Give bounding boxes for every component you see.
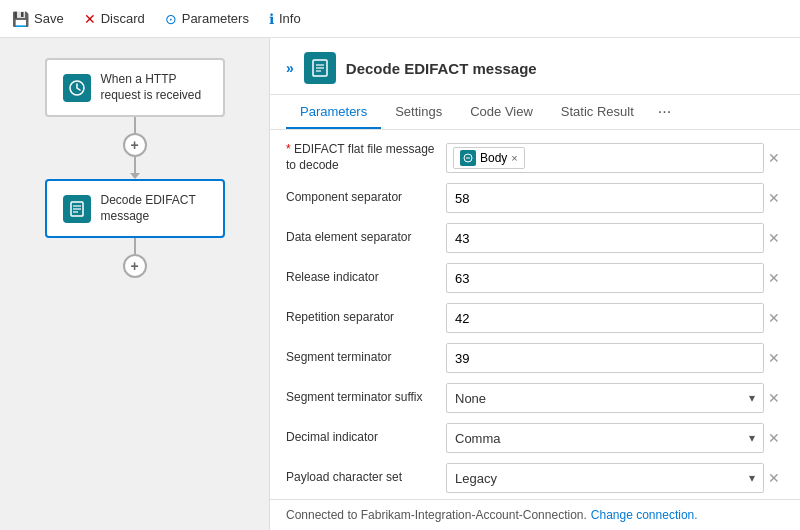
save-button[interactable]: 💾 Save	[12, 11, 64, 27]
http-trigger-icon	[63, 74, 91, 102]
segment-suffix-select[interactable]: None ▾	[446, 383, 764, 413]
payload-charset-row: Payload character set Legacy ▾ ✕	[286, 462, 784, 494]
parameters-label: Parameters	[182, 11, 249, 26]
release-indicator-input[interactable]	[446, 263, 764, 293]
component-separator-label: Component separator	[286, 190, 446, 206]
body-token-icon	[460, 150, 476, 166]
footer-text: Connected to Fabrikam-Integration-Accoun…	[286, 508, 587, 522]
tabs-bar: Parameters Settings Code View Static Res…	[270, 95, 800, 130]
payload-charset-clear[interactable]: ✕	[764, 466, 784, 490]
decode-edifact-node[interactable]: Decode EDIFACT message	[45, 179, 225, 238]
segment-terminator-label: Segment terminator	[286, 350, 446, 366]
edifact-row: EDIFACT flat file message to decode Body…	[286, 142, 784, 174]
change-connection-link[interactable]: Change connection.	[591, 508, 698, 522]
tabs-more-button[interactable]: ···	[648, 95, 681, 129]
discard-label: Discard	[101, 11, 145, 26]
release-indicator-field-wrap	[446, 263, 764, 293]
data-element-row: Data element separator ✕	[286, 222, 784, 254]
segment-terminator-field-wrap	[446, 343, 764, 373]
decode-edifact-label: Decode EDIFACT message	[101, 193, 207, 224]
expand-button[interactable]: »	[286, 60, 294, 76]
body-token-close[interactable]: ×	[511, 152, 517, 164]
segment-suffix-clear[interactable]: ✕	[764, 386, 784, 410]
parameters-button[interactable]: ⊙ Parameters	[165, 11, 249, 27]
segment-terminator-clear[interactable]: ✕	[764, 346, 784, 370]
body-token: Body ×	[453, 147, 525, 169]
data-element-field-wrap	[446, 223, 764, 253]
data-element-label: Data element separator	[286, 230, 446, 246]
payload-charset-value: Legacy	[455, 471, 497, 486]
info-label: Info	[279, 11, 301, 26]
tab-static-result[interactable]: Static Result	[547, 96, 648, 129]
repetition-separator-field-wrap	[446, 303, 764, 333]
data-element-clear[interactable]: ✕	[764, 226, 784, 250]
data-element-input[interactable]	[446, 223, 764, 253]
edifact-clear[interactable]: ✕	[764, 146, 784, 170]
main-content: When a HTTP request is received + Decode…	[0, 38, 800, 530]
panel-header: » Decode EDIFACT message	[270, 38, 800, 95]
segment-suffix-row: Segment terminator suffix None ▾ ✕	[286, 382, 784, 414]
add-step-button-1[interactable]: +	[123, 133, 147, 157]
save-label: Save	[34, 11, 64, 26]
segment-terminator-row: Segment terminator ✕	[286, 342, 784, 374]
panel-title: Decode EDIFACT message	[346, 60, 537, 77]
info-icon: ℹ	[269, 11, 274, 27]
connector-1: +	[123, 117, 147, 179]
panel-icon	[304, 52, 336, 84]
repetition-separator-clear[interactable]: ✕	[764, 306, 784, 330]
payload-charset-dropdown-icon: ▾	[749, 471, 755, 485]
tab-settings[interactable]: Settings	[381, 96, 456, 129]
component-separator-row: Component separator ✕	[286, 182, 784, 214]
segment-terminator-input[interactable]	[446, 343, 764, 373]
segment-suffix-label: Segment terminator suffix	[286, 390, 446, 406]
component-separator-field-wrap	[446, 183, 764, 213]
decimal-indicator-value: Comma	[455, 431, 501, 446]
http-trigger-node[interactable]: When a HTTP request is received	[45, 58, 225, 117]
info-button[interactable]: ℹ Info	[269, 11, 301, 27]
release-indicator-row: Release indicator ✕	[286, 262, 784, 294]
connector-2: +	[123, 238, 147, 278]
form-area: EDIFACT flat file message to decode Body…	[270, 130, 800, 499]
component-separator-clear[interactable]: ✕	[764, 186, 784, 210]
decimal-indicator-clear[interactable]: ✕	[764, 426, 784, 450]
segment-suffix-value: None	[455, 391, 486, 406]
decimal-indicator-label: Decimal indicator	[286, 430, 446, 446]
toolbar: 💾 Save ✕ Discard ⊙ Parameters ℹ Info	[0, 0, 800, 38]
release-indicator-clear[interactable]: ✕	[764, 266, 784, 290]
decode-edifact-icon	[63, 195, 91, 223]
tab-parameters[interactable]: Parameters	[286, 96, 381, 129]
decimal-indicator-row: Decimal indicator Comma ▾ ✕	[286, 422, 784, 454]
component-separator-input[interactable]	[446, 183, 764, 213]
repetition-separator-label: Repetition separator	[286, 310, 446, 326]
decimal-indicator-dropdown-icon: ▾	[749, 431, 755, 445]
payload-charset-label: Payload character set	[286, 470, 446, 486]
add-step-button-2[interactable]: +	[123, 254, 147, 278]
decimal-indicator-select[interactable]: Comma ▾	[446, 423, 764, 453]
flow-canvas: When a HTTP request is received + Decode…	[0, 38, 270, 530]
right-panel: » Decode EDIFACT message Parameters Sett…	[270, 38, 800, 530]
repetition-separator-row: Repetition separator ✕	[286, 302, 784, 334]
segment-suffix-dropdown-icon: ▾	[749, 391, 755, 405]
release-indicator-label: Release indicator	[286, 270, 446, 286]
repetition-separator-input[interactable]	[446, 303, 764, 333]
panel-footer: Connected to Fabrikam-Integration-Accoun…	[270, 499, 800, 530]
edifact-token-input[interactable]: Body ×	[446, 143, 764, 173]
save-icon: 💾	[12, 11, 29, 27]
payload-charset-select[interactable]: Legacy ▾	[446, 463, 764, 493]
body-token-label: Body	[480, 151, 507, 165]
edifact-label: EDIFACT flat file message to decode	[286, 142, 446, 173]
discard-button[interactable]: ✕ Discard	[84, 11, 145, 27]
parameters-icon: ⊙	[165, 11, 177, 27]
http-trigger-label: When a HTTP request is received	[101, 72, 207, 103]
discard-icon: ✕	[84, 11, 96, 27]
tab-code-view[interactable]: Code View	[456, 96, 547, 129]
